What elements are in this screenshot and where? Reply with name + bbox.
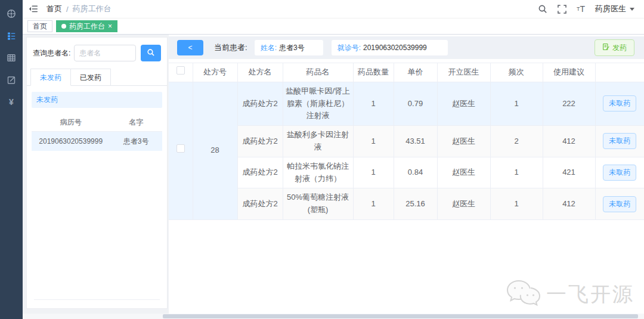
patient-table-header: 病历号 名字 [32, 114, 162, 132]
chat-bubbles-logo-icon [504, 278, 541, 311]
money-icon: ¥ [9, 97, 14, 107]
frequency-cell: 1 [490, 157, 543, 188]
advice-cell: 421 [543, 157, 595, 188]
fullscreen-icon[interactable] [558, 5, 566, 14]
column-header-advice: 使用建议 [543, 63, 595, 82]
status-not-taken-button[interactable]: 未取药 [603, 196, 636, 212]
sidebar-item-money[interactable]: ¥ [0, 91, 23, 113]
rx-no-cell: 28 [193, 82, 237, 219]
sidebar-item-form[interactable] [0, 69, 23, 91]
dashboard-icon [7, 9, 16, 18]
drug-name-cell: 盐酸甲哌卡因/肾上腺素（斯康杜尼）注射液 [283, 82, 353, 125]
section-banner: 未发药 [32, 92, 162, 108]
doctor-cell: 赵医生 [437, 188, 490, 220]
drug-row: 成药处方2 50%葡萄糖注射液(塑瓶) 1 25.16 赵医生 1 412 未取… [169, 188, 644, 220]
patient-record-no: 2019063020539999 [32, 137, 110, 145]
patient-search-button[interactable] [141, 45, 161, 61]
patient-table: 病历号 名字 2019063020539999 患者3号 [32, 114, 162, 151]
advice-cell: 412 [543, 126, 595, 157]
dispense-status-tabs: 未发药 已发药 [27, 69, 167, 86]
main-column: 首页 / 药房工作台 TT 药房医 [23, 0, 644, 319]
frequency-cell: 1 [490, 188, 543, 220]
dispense-doc-icon [602, 43, 610, 52]
patient-search-input[interactable] [74, 45, 136, 61]
horizontal-scrollbar-thumb[interactable] [163, 314, 638, 318]
column-header-rx-name: 处方名 [237, 63, 283, 82]
font-size-icon[interactable]: TT [577, 5, 585, 13]
action-cell: 未取药 [595, 188, 644, 220]
horizontal-scrollbar [23, 314, 644, 319]
frequency-cell: 2 [490, 126, 543, 157]
name-value: 患者3号 [279, 43, 305, 53]
drug-row: 成药处方2 盐酸利多卡因注射液 1 43.51 赵医生 2 412 未取药 [169, 126, 644, 157]
table-header-row: 处方号 处方名 药品名 药品数量 单价 开立医生 频次 使用建议 [169, 63, 644, 82]
advice-cell: 412 [543, 188, 595, 220]
drug-row: 28 成药处方2 盐酸甲哌卡因/肾上腺素（斯康杜尼）注射液 1 0.79 赵医生… [169, 82, 644, 125]
patient-search-row: 查询患者名: [27, 38, 167, 69]
tag-pharmacy-workbench[interactable]: 药房工作台 × [56, 20, 117, 32]
column-header-doctor: 开立医生 [437, 63, 490, 82]
app-window: ¥ 首页 / 药房工作台 [0, 0, 644, 319]
panel-divider [34, 299, 160, 300]
tab-dispensed[interactable]: 已发药 [71, 69, 111, 86]
navbar-actions: TT 药房医生 [538, 4, 634, 14]
drug-name-cell: 帕拉米韦氯化钠注射液（力纬） [283, 157, 353, 188]
action-cell: 未取药 [595, 126, 644, 157]
back-button[interactable]: < [177, 40, 203, 55]
content-area: 查询患者名: 未发药 已发药 未发药 [23, 35, 644, 319]
status-not-taken-button[interactable]: 未取药 [603, 165, 636, 181]
dispense-button-label: 发药 [612, 43, 627, 53]
watermark: 一飞开源 [504, 278, 634, 311]
status-not-taken-button[interactable]: 未取药 [603, 95, 636, 112]
prescription-table: 处方号 处方名 药品名 药品数量 单价 开立医生 频次 使用建议 [169, 63, 644, 220]
row-checkbox[interactable] [177, 144, 185, 153]
column-header-unit-price: 单价 [394, 63, 437, 82]
column-header-name: 名字 [110, 117, 162, 128]
column-header-rx-no: 处方号 [193, 63, 237, 82]
patient-search-label: 查询患者名: [33, 48, 70, 58]
user-menu[interactable]: 药房医生 [595, 4, 634, 14]
dispense-button[interactable]: 发药 [595, 39, 634, 56]
action-cell: 未取药 [595, 82, 644, 125]
unit-price-cell: 0.79 [394, 82, 437, 125]
breadcrumb-current: 药房工作台 [73, 4, 112, 14]
sidebar-collapse-icon[interactable] [29, 4, 38, 14]
active-dot-icon [61, 24, 66, 29]
breadcrumb-separator: / [66, 5, 69, 14]
search-icon[interactable] [538, 4, 547, 14]
quantity-cell: 1 [353, 126, 394, 157]
quantity-cell: 1 [353, 188, 394, 220]
tab-not-dispensed[interactable]: 未发药 [30, 69, 71, 86]
patient-panel: 查询患者名: 未发药 已发药 未发药 [26, 37, 168, 309]
worklist-icon [7, 31, 16, 41]
patient-name-box: 姓名: 患者3号 [255, 40, 323, 55]
doctor-cell: 赵医生 [437, 82, 490, 125]
column-header-record-no: 病历号 [32, 117, 110, 128]
visit-no-label: 就诊号: [338, 43, 361, 53]
breadcrumb-home[interactable]: 首页 [47, 4, 62, 14]
header-select-cell [169, 63, 193, 82]
table-icon [7, 53, 16, 63]
patient-row[interactable]: 2019063020539999 患者3号 [32, 132, 162, 151]
caret-down-icon [630, 8, 634, 11]
status-not-taken-button[interactable]: 未取药 [603, 133, 636, 149]
rx-name-cell: 成药处方2 [237, 126, 283, 157]
tag-label: 药房工作台 [69, 21, 105, 32]
sidebar-item-table[interactable] [0, 47, 23, 69]
watermark-text: 一飞开源 [546, 281, 634, 308]
sidebar-item-dashboard[interactable] [0, 2, 23, 24]
patient-name: 患者3号 [110, 137, 162, 147]
doctor-cell: 赵医生 [437, 126, 490, 157]
quantity-cell: 1 [353, 82, 394, 125]
tag-home[interactable]: 首页 [27, 20, 52, 32]
sidebar: ¥ [0, 0, 23, 319]
frequency-cell: 1 [490, 82, 543, 125]
close-icon[interactable]: × [108, 23, 112, 30]
doctor-cell: 赵医生 [437, 157, 490, 188]
search-icon [147, 48, 155, 58]
sidebar-item-pharmacy-worklist[interactable] [0, 24, 23, 47]
quantity-cell: 1 [353, 157, 394, 188]
select-all-checkbox[interactable] [177, 66, 185, 75]
visit-no-value: 2019063020539999 [363, 44, 427, 52]
drug-name-cell: 盐酸利多卡因注射液 [283, 126, 353, 157]
